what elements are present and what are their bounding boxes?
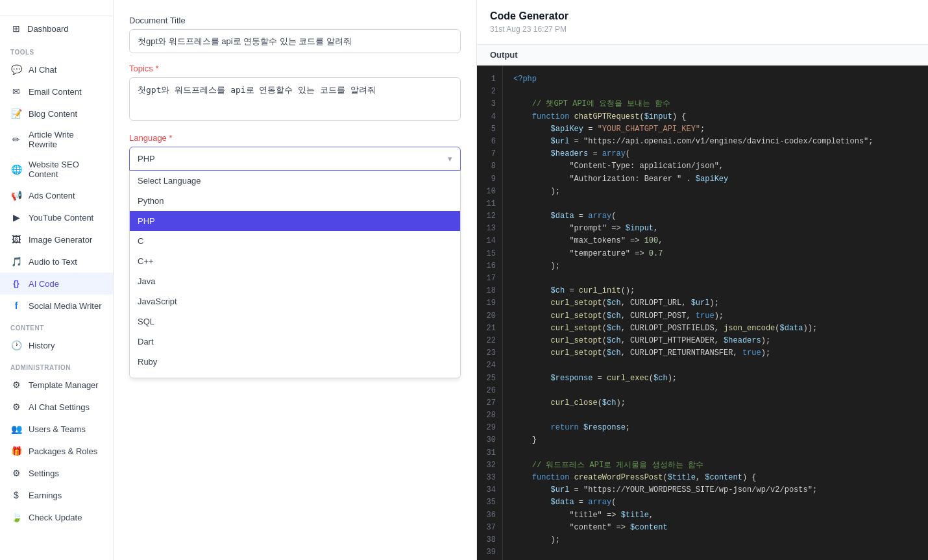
- sidebar-item-earnings[interactable]: $ Earnings: [0, 484, 113, 506]
- line-number: 2: [477, 86, 502, 98]
- code-line: function chatGPTRequest($input) {: [513, 111, 918, 123]
- sidebar: ⊞ Dashboard TOOLS 💬 AI Chat ✉ Email Cont…: [0, 0, 114, 560]
- dropdown-item-java[interactable]: Java: [130, 271, 460, 291]
- code-line: $headers = array(: [513, 148, 918, 160]
- sidebar-item-ai-chat-settings[interactable]: ⚙ AI Chat Settings: [0, 396, 113, 418]
- line-number: 26: [477, 385, 502, 397]
- line-number: 30: [477, 434, 502, 446]
- sidebar-item-settings[interactable]: ⚙ Settings: [0, 462, 113, 484]
- sidebar-item-label: Website SEO Content: [29, 160, 103, 179]
- sidebar-item-check-update[interactable]: 🍃 Check Update: [0, 506, 113, 528]
- dropdown-item-cpp[interactable]: C++: [130, 251, 460, 271]
- topics-label: Topics *: [129, 64, 461, 73]
- code-line: );: [513, 534, 918, 546]
- sidebar-item-label: Template Manager: [29, 380, 99, 390]
- line-number: 3: [477, 98, 502, 110]
- code-line: "Content-Type: application/json",: [513, 160, 918, 173]
- line-number: 24: [477, 359, 502, 372]
- document-title-input[interactable]: [129, 29, 461, 53]
- sidebar-item-article-write[interactable]: ✏ Article Write Rewrite: [0, 125, 113, 154]
- sidebar-item-template-manager[interactable]: ⚙ Template Manager: [0, 374, 113, 396]
- sidebar-item-label: AI Code: [29, 279, 59, 289]
- language-label: Language *: [129, 133, 461, 143]
- sidebar-item-dashboard[interactable]: ⊞ Dashboard: [0, 16, 113, 41]
- line-number: 36: [477, 509, 502, 522]
- code-line: "title" => $title,: [513, 509, 918, 522]
- code-line: [513, 273, 918, 285]
- sidebar-item-label: Settings: [29, 469, 59, 478]
- code-line: );: [513, 260, 918, 273]
- sidebar-item-users-teams[interactable]: 👥 Users & Teams: [0, 418, 113, 440]
- code-content: <?php // 챗GPT API에 요청을 보내는 함수 function c…: [503, 66, 928, 560]
- code-line: "content" => $content: [513, 522, 918, 534]
- dropdown-item-select-language[interactable]: Select Language: [130, 171, 460, 191]
- code-line: curl_setopt($ch, CURLOPT_HTTPHEADER, $he…: [513, 335, 918, 347]
- sidebar-item-audio-to-text[interactable]: 🎵 Audio to Text: [0, 250, 113, 273]
- sidebar-item-label: Audio to Text: [29, 257, 77, 267]
- sidebar-logo-area: [0, 0, 113, 16]
- line-number: 13: [477, 223, 502, 235]
- code-line: [513, 198, 918, 210]
- dropdown-item-c[interactable]: C: [130, 231, 460, 251]
- code-line: [513, 385, 918, 397]
- line-number: 15: [477, 248, 502, 260]
- language-select[interactable]: PHP ▾: [129, 147, 461, 171]
- code-line: curl_setopt($ch, CURLOPT_POSTFIELDS, jso…: [513, 323, 918, 335]
- sidebar-item-website-seo[interactable]: 🌐 Website SEO Content: [0, 154, 113, 184]
- sidebar-item-label: AI Chat Settings: [29, 402, 90, 412]
- youtube-icon: ▶: [10, 212, 22, 223]
- right-panel-header: Code Generator 31st Aug 23 16:27 PM: [477, 0, 928, 45]
- sidebar-item-label: Email Content: [29, 87, 82, 97]
- dropdown-item-dart[interactable]: Dart: [130, 332, 460, 352]
- code-line: $response = curl_exec($ch);: [513, 372, 918, 385]
- sidebar-item-email-content[interactable]: ✉ Email Content: [0, 80, 113, 103]
- sidebar-item-social-media[interactable]: f Social Media Writer: [0, 295, 113, 317]
- packages-icon: 🎁: [10, 445, 22, 457]
- sidebar-item-ai-code[interactable]: {} AI Code: [0, 273, 113, 295]
- dropdown-item-python[interactable]: Python: [130, 191, 460, 211]
- line-number: 7: [477, 148, 502, 160]
- code-line: curl_setopt($ch, CURLOPT_POST, true);: [513, 310, 918, 323]
- language-selected-value: PHP: [138, 154, 155, 164]
- sidebar-item-label: Earnings: [29, 491, 62, 500]
- code-line: [513, 447, 918, 459]
- sidebar-item-blog-content[interactable]: 📝 Blog Content: [0, 103, 113, 125]
- topics-field: Topics * 첫gpt와 워드프레스를 api로 연동할수 있는 코드를 알…: [129, 64, 461, 123]
- earnings-icon: $: [10, 489, 22, 501]
- article-icon: ✏: [10, 134, 22, 145]
- dropdown-item-ruby[interactable]: Ruby: [130, 352, 460, 372]
- dropdown-item-sql[interactable]: SQL: [130, 311, 460, 332]
- sidebar-item-label: History: [29, 341, 55, 350]
- sidebar-item-label: Ads Content: [29, 191, 75, 201]
- line-number: 32: [477, 459, 502, 472]
- line-number: 38: [477, 534, 502, 546]
- sidebar-item-ads-content[interactable]: 📢 Ads Content: [0, 184, 113, 206]
- language-select-container: PHP ▾ Select Language Python PHP C C++ J…: [129, 147, 461, 171]
- template-icon: ⚙: [10, 379, 22, 391]
- topics-input[interactable]: 첫gpt와 워드프레스를 api로 연동할수 있는 코드를 알려줘: [129, 77, 461, 121]
- sidebar-item-packages-roles[interactable]: 🎁 Packages & Roles: [0, 440, 113, 462]
- line-number: 10: [477, 186, 502, 198]
- line-number: 29: [477, 422, 502, 434]
- sidebar-item-history[interactable]: 🕐 History: [0, 334, 113, 356]
- image-icon: 🖼: [10, 234, 22, 245]
- line-number: 34: [477, 484, 502, 496]
- sidebar-item-image-generator[interactable]: 🖼 Image Generator: [0, 228, 113, 250]
- sidebar-item-youtube-content[interactable]: ▶ YouTube Content: [0, 206, 113, 228]
- line-number: 23: [477, 347, 502, 359]
- sidebar-item-ai-chat[interactable]: 💬 AI Chat: [0, 58, 113, 80]
- social-icon: f: [10, 300, 22, 311]
- line-number: 6: [477, 136, 502, 148]
- blog-icon: 📝: [10, 108, 22, 119]
- line-number: 4: [477, 111, 502, 123]
- language-dropdown: Select Language Python PHP C C++ Java Ja…: [129, 171, 461, 378]
- sidebar-section-content: CONTENT: [0, 317, 113, 334]
- line-number: 8: [477, 160, 502, 173]
- dropdown-item-typescript[interactable]: TypeScript: [130, 372, 460, 378]
- sidebar-section-tools: TOOLS: [0, 41, 113, 58]
- chevron-down-icon: ▾: [448, 154, 452, 164]
- dropdown-item-php[interactable]: PHP: [130, 211, 460, 231]
- update-icon: 🍃: [10, 511, 22, 523]
- right-panel: Code Generator 31st Aug 23 16:27 PM Outp…: [477, 0, 928, 560]
- dropdown-item-javascript[interactable]: JavaScript: [130, 291, 460, 311]
